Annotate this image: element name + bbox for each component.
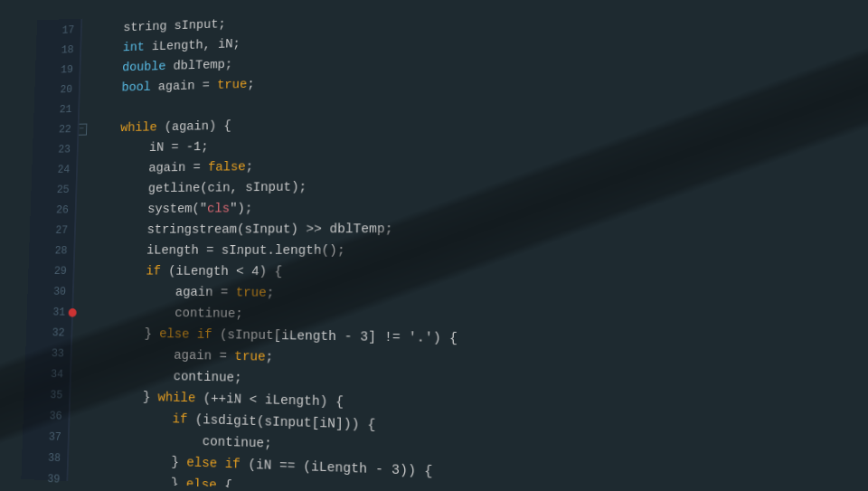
code-token: system(" bbox=[89, 200, 207, 221]
code-token: iLength, iN; bbox=[145, 34, 241, 57]
code-token: true bbox=[236, 283, 267, 304]
code-token bbox=[91, 119, 121, 139]
code-token: again = bbox=[150, 76, 217, 98]
line-number: 32 bbox=[26, 323, 71, 345]
code-token: else if bbox=[159, 325, 212, 346]
code-token: ; bbox=[247, 75, 255, 95]
line-number: 17 bbox=[36, 20, 80, 42]
code-token: } bbox=[83, 386, 158, 409]
code-token bbox=[87, 261, 146, 281]
code-token bbox=[93, 59, 122, 79]
code-token: ; bbox=[267, 283, 275, 304]
code-token: (again) { bbox=[156, 117, 231, 138]
line-number: 37 bbox=[23, 426, 69, 449]
code-token: ; bbox=[246, 157, 254, 177]
code-line: iLength = sInput.length(); bbox=[88, 241, 868, 264]
line-number: 34 bbox=[24, 364, 70, 385]
line-number: 38 bbox=[22, 447, 68, 469]
code-token: int bbox=[123, 38, 146, 58]
line-number: 30 bbox=[27, 281, 72, 302]
code-token: true bbox=[217, 75, 248, 96]
code-token: iN = bbox=[90, 138, 186, 159]
code-line: stringstream(sInput) >> dblTemp; bbox=[89, 217, 868, 241]
code-token: if bbox=[172, 410, 187, 430]
code-token: (++iN < iLength) { bbox=[195, 389, 344, 413]
code-token: while bbox=[157, 388, 195, 410]
code-token: double bbox=[122, 57, 166, 78]
code-token: (iLength < 4) { bbox=[161, 262, 283, 283]
code-token: ; bbox=[265, 347, 273, 368]
code-token bbox=[92, 79, 121, 99]
code-token: continue; bbox=[84, 365, 242, 390]
line-number: 28 bbox=[29, 241, 74, 261]
code-token: else bbox=[186, 475, 217, 491]
code-token: -1 bbox=[186, 137, 202, 157]
line-number: 24 bbox=[32, 160, 77, 181]
code-token: cls bbox=[207, 199, 230, 219]
line-number: 29 bbox=[28, 261, 73, 282]
line-number: 21 bbox=[33, 99, 78, 120]
code-token: dblTemp; bbox=[165, 55, 232, 77]
code-token: again = bbox=[90, 158, 208, 180]
line-number: 35 bbox=[24, 384, 70, 406]
code-token: continue; bbox=[86, 303, 243, 325]
code-token: ; bbox=[201, 137, 209, 157]
line-number: 22 bbox=[33, 119, 77, 140]
code-token bbox=[82, 407, 172, 430]
line-number: 33 bbox=[25, 343, 71, 364]
code-token: { bbox=[217, 476, 233, 491]
code-token: getline(cin, sInput); bbox=[90, 177, 307, 199]
code-token: else if bbox=[186, 453, 241, 476]
line-number: 31 bbox=[26, 302, 71, 323]
code-token bbox=[94, 39, 123, 59]
code-token: if bbox=[146, 262, 161, 282]
code-area: string sInput; int iLength, iN; double d… bbox=[68, 0, 868, 491]
line-number: 25 bbox=[31, 180, 76, 201]
line-number: 23 bbox=[33, 139, 78, 160]
line-number: 39 bbox=[21, 467, 67, 490]
code-token: iLength = sInput.length(); bbox=[88, 241, 345, 261]
line-number: 19 bbox=[35, 60, 80, 80]
code-token: stringstream(sInput) >> dblTemp; bbox=[89, 220, 393, 241]
code-token: } bbox=[81, 449, 187, 474]
code-token: again = bbox=[85, 345, 235, 368]
code-token: } bbox=[85, 324, 159, 345]
code-token: "); bbox=[230, 199, 253, 220]
code-token: again = bbox=[87, 282, 236, 304]
line-number: 27 bbox=[30, 221, 75, 241]
line-number: 36 bbox=[23, 405, 69, 428]
code-token: } bbox=[80, 470, 186, 491]
code-token: false bbox=[208, 157, 246, 178]
code-token: true bbox=[234, 347, 266, 369]
line-number: 20 bbox=[34, 80, 79, 100]
line-number: 18 bbox=[36, 40, 80, 61]
code-token: bool bbox=[121, 78, 151, 98]
line-number: 26 bbox=[30, 200, 75, 221]
code-container: 1718192021222324252627282930313233343536… bbox=[21, 0, 868, 491]
code-token: while bbox=[120, 118, 157, 139]
code-editor: 1718192021222324252627282930313233343536… bbox=[0, 0, 868, 491]
